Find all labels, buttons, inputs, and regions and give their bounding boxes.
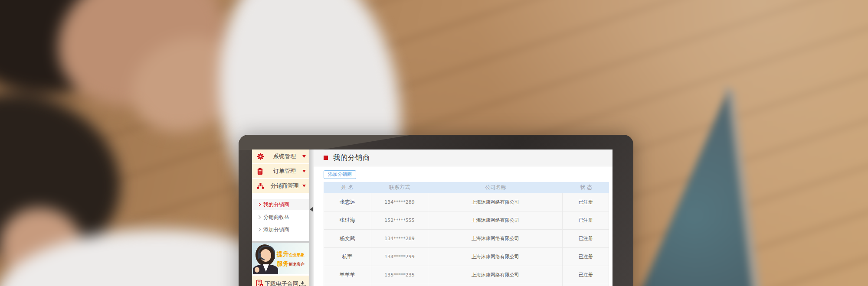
distributors-table: 姓 名 联系方式 公司名称 状 态 张志远134*****289上海沐康网络有限… [324, 182, 609, 286]
table-row[interactable]: 张志远134*****289上海沐康网络有限公司已注册 [324, 193, 609, 211]
cell-status: 已注册 [563, 230, 609, 247]
cell-name: 张志远 [324, 193, 371, 211]
table-row[interactable]: 杭宇134*****299上海沐康网络有限公司已注册 [324, 248, 609, 266]
cell-status: 已注册 [563, 266, 609, 284]
promo-line2-rest: 新老客户 [289, 262, 305, 266]
submenu-item-label: 添加分销商 [263, 226, 289, 234]
cell-name: 杨文武 [324, 230, 371, 247]
gear-icon [257, 153, 264, 160]
contract-icon [255, 280, 264, 286]
column-header-name: 姓 名 [324, 184, 371, 191]
cell-phone: 152*****555 [371, 211, 429, 229]
submenu-item-add-distributor[interactable]: 添加分销商 [252, 224, 309, 235]
caret-down-icon [302, 155, 306, 158]
download-contract-button[interactable]: 下载电子合同 [252, 276, 309, 286]
cell-phone: 134*****289 [371, 193, 429, 211]
cell-status: 已注册 [563, 193, 609, 211]
chevron-right-icon [257, 228, 261, 231]
column-header-phone: 联系方式 [371, 184, 428, 191]
sidebar-collapse-handle[interactable] [309, 150, 314, 286]
cell-name: 张过海 [324, 211, 371, 229]
cell-phone: 135*****235 [371, 266, 429, 284]
cell-name: 羊羊羊 [324, 266, 371, 284]
page-title: 我的分销商 [333, 153, 370, 162]
bezel-highlight [239, 135, 412, 150]
table-body: 张志远134*****289上海沐康网络有限公司已注册张过海152*****55… [324, 193, 609, 286]
cell-name: 杭宇 [324, 248, 371, 266]
table-row[interactable]: 杨文武134*****289上海沐康网络有限公司已注册 [324, 230, 609, 248]
promo-banner[interactable]: 提升企业形象 服务新老客户 [252, 243, 309, 274]
download-icon [299, 280, 306, 286]
page-header: 我的分销商 [314, 150, 613, 166]
promo-text: 提升企业形象 服务新老客户 [277, 250, 305, 269]
sidebar-item-order-management[interactable]: 订单管理 [252, 164, 309, 178]
table-row[interactable]: 张过海152*****555上海沐康网络有限公司已注册 [324, 211, 609, 230]
submenu-item-label: 我的分销商 [263, 201, 289, 208]
submenu-item-distributor-earnings[interactable]: 分销商收益 [252, 211, 309, 223]
chevron-right-icon [257, 203, 261, 206]
caret-down-icon [302, 170, 306, 172]
support-agent-graphic [253, 244, 280, 274]
sidebar: 系统管理 订单管理 [252, 150, 309, 286]
promo-line1-rest: 企业形象 [289, 253, 305, 257]
caret-down-icon [302, 185, 306, 187]
title-bullet-icon [324, 156, 328, 160]
sidebar-item-system-management[interactable]: 系统管理 [252, 150, 309, 163]
chevron-right-icon [257, 215, 261, 219]
cell-company: 上海沐康网络有限公司 [428, 248, 563, 266]
cell-company: 上海沐康网络有限公司 [428, 230, 563, 247]
sidebar-item-distributor-management[interactable]: 分销商管理 [252, 179, 309, 193]
clipboard-icon [257, 168, 263, 175]
table-header-row: 姓 名 联系方式 公司名称 状 态 [324, 182, 609, 193]
download-contract-label: 下载电子合同 [264, 280, 299, 286]
table-row-partial [324, 284, 609, 286]
app-window: 系统管理 订单管理 [252, 150, 613, 286]
monitor-frame: 系统管理 订单管理 [239, 135, 633, 286]
collapse-left-icon [310, 207, 313, 211]
cell-phone: 134*****299 [371, 248, 429, 266]
table-row[interactable]: 羊羊羊135*****235上海沐康网络有限公司已注册 [324, 266, 609, 284]
sitemap-icon [257, 183, 264, 189]
cell-company: 上海沐康网络有限公司 [428, 266, 563, 284]
main-content: 我的分销商 添加分销商 姓 名 联系方式 公司名称 状 态 张志远134****… [314, 150, 613, 286]
promo-line1-strong: 提升 [277, 250, 289, 257]
sidebar-submenu: 我的分销商 分销商收益 添加分销商 [252, 194, 309, 241]
cell-phone: 134*****289 [371, 230, 429, 247]
promo-line2-strong: 服务 [277, 260, 289, 267]
cell-company: 上海沐康网络有限公司 [428, 193, 563, 211]
add-distributor-button[interactable]: 添加分销商 [324, 170, 356, 179]
cell-status: 已注册 [563, 248, 609, 266]
column-header-company: 公司名称 [428, 184, 563, 191]
content-area: 添加分销商 姓 名 联系方式 公司名称 状 态 张志远134*****289上海… [314, 166, 613, 286]
cell-status: 已注册 [563, 211, 609, 229]
submenu-item-my-distributors[interactable]: 我的分销商 [252, 199, 309, 210]
sidebar-menu: 系统管理 订单管理 [252, 150, 309, 193]
column-header-status: 状 态 [563, 184, 609, 191]
submenu-item-label: 分销商收益 [263, 214, 289, 221]
cell-company: 上海沐康网络有限公司 [428, 211, 563, 229]
